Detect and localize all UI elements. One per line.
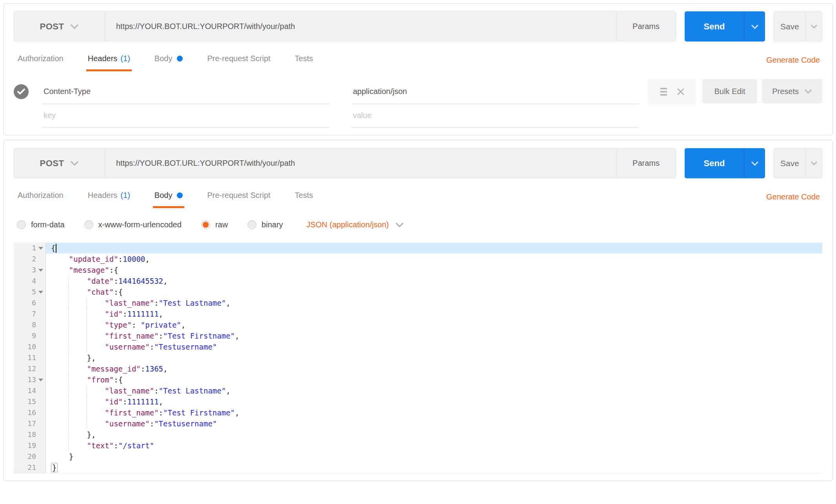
code-line-content[interactable]: "from":{ [46,374,822,385]
radio-label: binary [262,220,283,229]
row-enabled-checkbox[interactable] [14,84,29,99]
chevron-down-icon [70,161,79,166]
code-line-content[interactable]: "username":"Testusername" [46,341,822,352]
code-line-content[interactable]: "username":"Testusername" [46,418,822,429]
params-button[interactable]: Params [616,149,676,178]
url-input[interactable]: https://YOUR.BOT.URL:YOURPORT/with/your/… [105,12,616,41]
send-options-button[interactable] [744,148,765,178]
tab-pre-request-script[interactable]: Pre-request Script [205,185,272,208]
gutter: 7 [14,308,46,319]
code-line-content[interactable]: }, [46,352,822,363]
save-button[interactable]: Save [774,149,805,178]
tab-body[interactable]: Body [153,185,185,208]
fold-caret-icon[interactable] [38,379,43,381]
tab-label: Authorization [18,191,64,200]
params-button[interactable]: Params [616,12,676,41]
code-line-content[interactable]: "id":1111111, [46,308,822,319]
tab-label: Authorization [18,54,64,63]
new-header-key-input[interactable]: key [42,103,329,128]
new-header-value-input[interactable]: value [351,103,639,128]
tab-label: Headers [88,191,118,200]
method-label: POST [40,22,64,32]
code-line-content[interactable]: { [46,243,822,254]
tab-count-badge: (1) [120,54,130,63]
fold-caret-icon[interactable] [38,247,43,250]
code-line-content[interactable]: "first_name":"Test Firstname", [46,407,822,418]
tab-body[interactable]: Body [153,49,185,71]
tab-pre-request-script[interactable]: Pre-request Script [205,49,272,71]
tab-authorization[interactable]: Authorization [16,49,65,71]
code-line-content[interactable]: "text":"/start" [46,440,822,451]
url-group: POST https://YOUR.BOT.URL:YOURPORT/with/… [14,11,676,42]
line-number: 13 [14,374,36,385]
radio-icon [201,220,210,229]
code-line-content[interactable]: "id":1111111, [46,396,822,407]
tabs-row: AuthorizationHeaders(1)BodyPre-request S… [14,185,822,208]
header-key-input[interactable]: Content-Type [42,79,329,104]
method-select[interactable]: POST [14,149,105,178]
presets-button[interactable]: Presets [762,79,822,103]
tab-tests[interactable]: Tests [293,185,315,208]
fold-caret-icon[interactable] [38,291,43,294]
tab-tests[interactable]: Tests [293,49,315,71]
line-number: 4 [14,276,36,286]
gutter: 14 [14,385,46,396]
send-split-button: Send [685,11,765,42]
header-row-empty: keyvalue [14,103,696,128]
fold-caret-icon[interactable] [38,269,43,272]
chevron-down-icon [811,161,818,165]
line-number: 7 [14,308,36,319]
code-line: 14 "last_name":"Test Lastname", [14,385,822,396]
raw-type-dropdown[interactable]: JSON (application/json) [307,220,404,229]
request-tabs: AuthorizationHeaders(1)BodyPre-request S… [16,49,336,71]
gutter: 19 [14,440,46,451]
delete-row-icon[interactable] [677,88,684,95]
code-line-content[interactable]: "date":1441645532, [46,276,822,286]
body-type-radio-raw[interactable]: raw [201,220,228,229]
line-number: 3 [14,265,36,276]
gutter: 6 [14,297,46,308]
generate-code-link[interactable]: Generate Code [766,56,820,65]
url-input[interactable]: https://YOUR.BOT.URL:YOURPORT/with/your/… [105,149,616,178]
save-split-button: Save [774,148,822,178]
code-line: 8 "type": "private", [14,319,822,330]
code-line-content[interactable]: }, [46,429,822,440]
tab-authorization[interactable]: Authorization [16,185,65,208]
save-options-button[interactable] [805,12,822,41]
code-line-content[interactable]: "last_name":"Test Lastname", [46,385,822,396]
json-body-editor[interactable]: 1{2 "update_id":10000,3 "message":{4 "da… [14,243,822,473]
body-type-radio-form-data[interactable]: form-data [17,220,65,229]
code-line-content[interactable]: "message":{ [46,265,822,276]
send-button[interactable]: Send [685,148,744,178]
line-number: 5 [14,286,36,297]
code-line-content[interactable]: "type": "private", [46,319,822,330]
code-line-content[interactable]: } [46,451,822,462]
code-line-content[interactable]: } [46,462,822,473]
save-options-button[interactable] [805,149,822,178]
code-line-content[interactable]: "last_name":"Test Lastname", [46,297,822,308]
method-select[interactable]: POST [14,12,105,41]
code-line-content[interactable]: "first_name":"Test Firstname", [46,330,822,341]
generate-code-link[interactable]: Generate Code [766,192,820,201]
code-line-content[interactable]: "message_id":1365, [46,363,822,374]
code-line-content[interactable]: "update_id":10000, [46,254,822,265]
send-options-button[interactable] [744,11,765,42]
tab-headers[interactable]: Headers(1) [86,49,132,71]
tab-headers[interactable]: Headers(1) [86,185,132,208]
gutter: 5 [14,286,46,297]
body-type-selector: form-datax-www-form-urlencodedrawbinaryJ… [14,216,822,233]
code-line-content[interactable]: "chat":{ [46,286,822,297]
request-bar: POST https://YOUR.BOT.URL:YOURPORT/with/… [14,11,822,42]
send-button[interactable]: Send [685,11,744,42]
row-menu-icon[interactable] [660,88,667,96]
body-type-radio-binary[interactable]: binary [247,220,283,229]
body-type-radio-x-www-form-urlencoded[interactable]: x-www-form-urlencoded [84,220,182,229]
code-line: 7 "id":1111111, [14,308,822,319]
line-number: 16 [14,407,36,418]
header-value-input[interactable]: application/json [351,79,639,104]
line-number: 14 [14,385,36,396]
line-number: 8 [14,319,36,330]
gutter: 16 [14,407,46,418]
save-button[interactable]: Save [774,12,805,41]
bulk-edit-button[interactable]: Bulk Edit [702,79,757,103]
